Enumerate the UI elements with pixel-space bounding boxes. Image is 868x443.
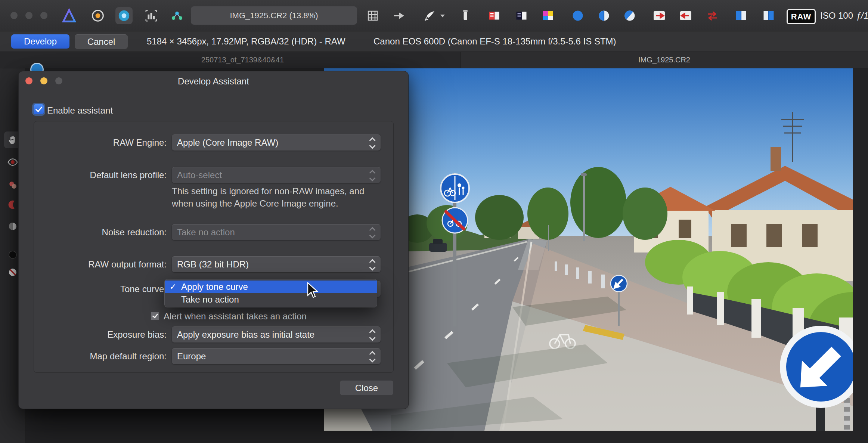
sync-after-icon[interactable] [677, 7, 694, 24]
raw-output-format-select[interactable]: RGB (32 bit HDR) [172, 256, 381, 272]
document-tabbar: 250713_ot_7139&40&41 IMG_1925.CR2 [0, 52, 868, 68]
raw-badge-text: RAW [791, 12, 811, 22]
assistant-icon[interactable] [421, 7, 438, 24]
camera-info: Canon EOS 600D (Canon EF-S 18-135mm f/3.… [373, 31, 616, 52]
cancel-button[interactable]: Cancel [75, 34, 128, 49]
menu-item-label: Apply tone curve [181, 282, 248, 292]
sync-before-icon[interactable] [651, 7, 668, 24]
document-title-text: IMG_1925.CR2 (13.8%) [230, 11, 318, 21]
close-button[interactable]: Close [340, 381, 393, 395]
exposure-bias-label: Exposure bias: [34, 326, 167, 343]
enable-assistant-checkbox[interactable] [34, 104, 44, 114]
stepper-icon [367, 327, 378, 343]
split-vertical-icon[interactable] [760, 7, 777, 24]
menu-item-apply-tone-curve[interactable]: ✓ Apply tone curve [165, 281, 377, 293]
grid-icon[interactable] [364, 7, 381, 24]
exposure-bias-value: Apply exposure bias as initial state [177, 329, 314, 340]
develop-button[interactable]: Develop [11, 34, 69, 49]
clipped-tones-icon[interactable] [539, 7, 557, 24]
stepper-icon [367, 167, 378, 183]
affinity-photo-logo [61, 7, 78, 24]
aperture-label: ƒ/1 [856, 0, 868, 31]
clipped-shadows-icon[interactable] [513, 7, 530, 24]
photo-persona-icon[interactable] [89, 7, 106, 24]
aperture-label-text: ƒ/1 [856, 10, 868, 21]
noise-reduction-select[interactable]: Take no action [172, 224, 381, 240]
close-button-label: Close [355, 383, 378, 393]
window-zoom-button[interactable] [40, 12, 47, 19]
tone-curve-label: Tone curve: [34, 281, 167, 297]
tone-mapping-persona-icon[interactable] [143, 7, 160, 24]
export-persona-icon[interactable] [168, 7, 186, 24]
document-title: IMG_1925.CR2 (13.8%) [191, 6, 357, 25]
dialog-title: Develop Assistant [19, 76, 408, 87]
affinity-photo-window: IMG_1925.CR2 (13.8%) [0, 0, 868, 443]
alert-checkbox-label: Alert when assistant takes an action [164, 311, 307, 322]
iso-label-text: ISO 100 [820, 10, 853, 21]
enable-assistant-label: Enable assistant [47, 105, 113, 116]
document-info: 5184 × 3456px, 17.92MP, RGBA/32 (HDR) - … [147, 31, 345, 52]
lens-profile-value: Auto-select [177, 170, 222, 180]
exposure-bias-select[interactable]: Apply exposure bias as initial state [172, 326, 381, 343]
tab-label: 250713_ot_7139&40&41 [201, 56, 284, 64]
split-view-icon[interactable] [595, 7, 613, 24]
split-horizontal-icon[interactable] [732, 7, 750, 24]
checkmark-icon: ✓ [170, 282, 176, 292]
develop-assistant-dialog: Develop Assistant Enable assistant RAW E… [18, 71, 409, 409]
mouse-cursor [307, 282, 320, 301]
menu-item-take-no-action[interactable]: Take no action [165, 293, 377, 306]
stepper-icon [367, 135, 378, 151]
help-line-2: when using the Apple Core Image engine. [172, 197, 364, 210]
develop-button-label: Develop [24, 36, 57, 47]
tab-label: IMG_1925.CR2 [638, 56, 690, 64]
menu-item-label: Take no action [181, 294, 239, 305]
map-region-select[interactable]: Europe [172, 348, 381, 364]
cancel-button-label: Cancel [87, 37, 115, 47]
assistant-dropdown-chevron[interactable] [437, 7, 448, 24]
clone-tool-icon[interactable] [457, 7, 474, 24]
snapping-icon[interactable] [390, 7, 407, 24]
map-region-label: Map default region: [34, 348, 167, 364]
stepper-icon [367, 348, 378, 365]
raw-engine-label: RAW Engine: [34, 134, 167, 151]
iso-label: ISO 100 [820, 0, 853, 31]
noise-reduction-label: Noise reduction: [34, 224, 167, 240]
context-toolbar: Develop Cancel 5184 × 3456px, 17.92MP, R… [0, 31, 868, 52]
camera-info-text: Canon EOS 600D (Canon EF-S 18-135mm f/3.… [373, 36, 616, 47]
lens-profile-label: Default lens profile: [34, 167, 167, 183]
tone-curve-menu: ✓ Apply tone curve Take no action [164, 279, 377, 307]
titlebar: IMG_1925.CR2 (13.8%) [0, 0, 868, 31]
raw-output-format-value: RGB (32 bit HDR) [177, 259, 249, 270]
lens-profile-select[interactable]: Auto-select [172, 167, 381, 183]
map-region-value: Europe [177, 351, 206, 362]
lens-profile-help: This setting is ignored for non-RAW imag… [172, 185, 364, 210]
swap-views-icon[interactable] [704, 7, 721, 24]
develop-persona-icon[interactable] [115, 7, 133, 24]
single-view-icon[interactable] [569, 7, 586, 24]
stepper-icon [367, 224, 378, 241]
alert-checkbox[interactable] [151, 312, 159, 320]
raw-output-format-label: RAW output format: [34, 256, 167, 272]
mirror-view-icon[interactable] [621, 7, 638, 24]
raw-badge: RAW [787, 9, 816, 24]
window-close-button[interactable] [10, 12, 18, 19]
stepper-icon [367, 257, 378, 273]
raw-engine-value: Apple (Core Image RAW) [177, 137, 278, 148]
tab-img-1925[interactable]: IMG_1925.CR2 [461, 52, 868, 68]
document-info-text: 5184 × 3456px, 17.92MP, RGBA/32 (HDR) - … [147, 36, 345, 47]
clipped-highlights-icon[interactable] [486, 7, 503, 24]
tab-250713[interactable]: 250713_ot_7139&40&41 [25, 52, 461, 68]
window-minimize-button[interactable] [25, 12, 32, 19]
noise-reduction-value: Take no action [177, 227, 235, 238]
help-line-1: This setting is ignored for non-RAW imag… [172, 185, 364, 197]
raw-engine-select[interactable]: Apple (Core Image RAW) [172, 134, 381, 151]
